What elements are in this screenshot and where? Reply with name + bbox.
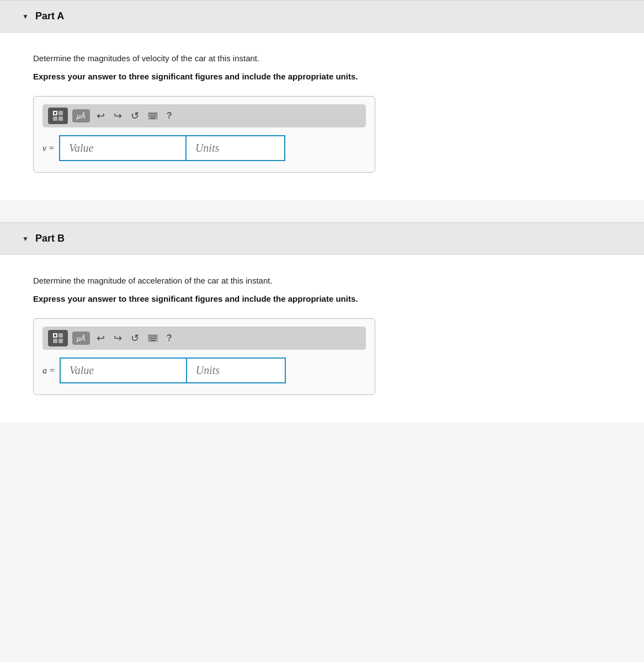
part-b-keyboard-button[interactable]	[146, 333, 160, 343]
svg-rect-19	[53, 339, 57, 343]
part-b-matrix-button[interactable]	[48, 330, 68, 346]
part-b-answer-box: μÅ ↩ ↪ ↺	[33, 318, 375, 395]
part-b-instruction: Express your answer to three significant…	[33, 293, 611, 306]
part-a-input-row: v =	[42, 135, 366, 161]
svg-rect-15	[156, 115, 157, 116]
part-a-description: Determine the magnitudes of velocity of …	[33, 52, 611, 65]
part-a-toolbar: μÅ ↩ ↪ ↺	[42, 104, 366, 127]
part-b-mu-button[interactable]: μÅ	[72, 332, 90, 345]
svg-rect-21	[54, 334, 56, 337]
svg-rect-12	[151, 115, 152, 116]
part-a-mu-button[interactable]: μÅ	[72, 109, 90, 122]
part-b-value-input[interactable]	[60, 357, 187, 383]
svg-rect-2	[53, 116, 57, 121]
matrix-icon	[52, 110, 63, 121]
svg-rect-28	[149, 338, 150, 339]
part-a-keyboard-button[interactable]	[146, 111, 160, 121]
part-b-help-button[interactable]: ?	[164, 332, 174, 344]
part-a-undo-button[interactable]: ↩	[94, 109, 107, 123]
part-a-value-input[interactable]	[59, 135, 186, 161]
svg-rect-30	[152, 338, 153, 339]
part-separator	[0, 200, 644, 222]
svg-rect-9	[154, 113, 155, 114]
svg-rect-3	[58, 116, 63, 121]
part-b-chevron-icon[interactable]: ▼	[22, 235, 29, 243]
part-a-redo-button[interactable]: ↪	[111, 109, 124, 123]
part-b-redo-button[interactable]: ↪	[111, 331, 124, 345]
svg-rect-32	[156, 338, 157, 339]
svg-rect-23	[149, 335, 150, 337]
svg-rect-11	[149, 115, 150, 116]
part-a-matrix-button[interactable]	[48, 108, 68, 124]
part-b-units-input[interactable]	[187, 357, 286, 383]
part-a-help-button[interactable]: ?	[164, 110, 174, 122]
part-a-units-input[interactable]	[186, 135, 285, 161]
part-b-section: ▼ Part B Determine the magnitude of acce…	[0, 222, 644, 423]
svg-rect-13	[152, 115, 153, 116]
part-b-reset-button[interactable]: ↺	[129, 331, 141, 345]
svg-rect-14	[154, 115, 155, 116]
svg-rect-31	[154, 338, 155, 339]
svg-rect-29	[151, 338, 152, 339]
part-a-header[interactable]: ▼ Part A	[0, 0, 644, 33]
part-b-input-row: a =	[42, 357, 366, 383]
svg-rect-7	[151, 113, 152, 114]
part-b-title: Part B	[35, 233, 65, 244]
svg-rect-4	[54, 112, 56, 114]
part-a-equation-label: v =	[42, 143, 55, 153]
svg-rect-18	[58, 333, 63, 338]
svg-rect-20	[58, 339, 63, 343]
svg-rect-26	[154, 335, 155, 337]
part-a-title: Part A	[35, 10, 64, 22]
svg-rect-24	[151, 335, 152, 337]
matrix-icon	[52, 333, 63, 344]
svg-rect-27	[156, 335, 157, 337]
part-a-answer-box: μÅ ↩ ↪ ↺	[33, 96, 375, 173]
part-b-body: Determine the magnitude of acceleration …	[0, 255, 644, 423]
part-b-description: Determine the magnitude of acceleration …	[33, 275, 611, 287]
svg-rect-1	[58, 111, 63, 115]
part-a-section: ▼ Part A Determine the magnitudes of vel…	[0, 0, 644, 200]
part-a-instruction: Express your answer to three significant…	[33, 71, 611, 83]
part-b-equation-label: a =	[42, 366, 55, 376]
svg-rect-10	[156, 113, 157, 114]
part-b-undo-button[interactable]: ↩	[94, 331, 107, 345]
svg-rect-16	[150, 118, 156, 119]
svg-rect-8	[152, 113, 153, 114]
part-a-body: Determine the magnitudes of velocity of …	[0, 33, 644, 200]
part-b-header[interactable]: ▼ Part B	[0, 222, 644, 255]
svg-rect-25	[152, 335, 153, 337]
part-a-chevron-icon[interactable]: ▼	[22, 13, 29, 21]
part-b-toolbar: μÅ ↩ ↪ ↺	[42, 327, 366, 350]
part-a-reset-button[interactable]: ↺	[129, 109, 141, 123]
svg-rect-6	[149, 113, 150, 114]
keyboard-icon	[148, 112, 158, 120]
svg-rect-33	[150, 340, 156, 341]
keyboard-icon	[148, 334, 158, 342]
